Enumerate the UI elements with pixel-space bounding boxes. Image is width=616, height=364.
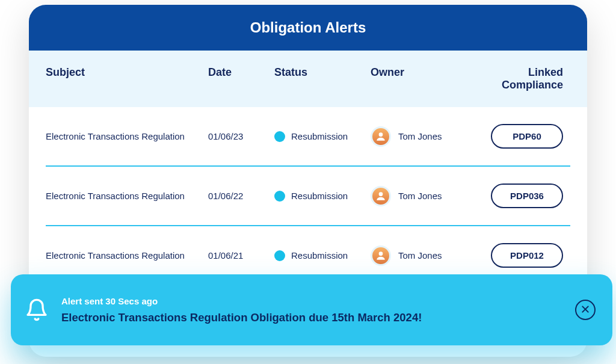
cell-status: Resubmission (274, 191, 371, 202)
avatar (371, 126, 391, 147)
cell-status: Resubmission (274, 131, 371, 142)
close-icon (581, 304, 590, 316)
cell-linked: PDP60 (479, 124, 570, 149)
cell-owner: Tom Jones (371, 126, 479, 147)
status-label: Resubmission (291, 131, 348, 141)
cell-linked: PDP012 (479, 243, 570, 268)
banner-texts: Alert sent 30 Secs ago Electronic Transa… (61, 296, 575, 324)
col-header-owner: Owner (371, 66, 479, 91)
column-headers: Subject Date Status Owner Linked Complia… (29, 51, 587, 107)
linked-compliance-button[interactable]: PDP60 (491, 124, 563, 149)
col-header-linked: Linked Compliance (479, 66, 570, 91)
status-label: Resubmission (291, 191, 348, 201)
bell-icon (23, 296, 51, 324)
cell-owner: Tom Jones (371, 245, 479, 266)
status-dot-icon (274, 191, 285, 202)
table-row[interactable]: Electronic Transactions Regulation 01/06… (46, 167, 570, 226)
cell-status: Resubmission (274, 250, 371, 261)
owner-name: Tom Jones (398, 131, 442, 141)
svg-point-1 (379, 192, 383, 196)
avatar (371, 245, 391, 266)
owner-name: Tom Jones (398, 250, 442, 261)
banner-message: Electronic Transactions Regulation Oblig… (61, 311, 575, 324)
linked-compliance-button[interactable]: PDP012 (491, 243, 563, 268)
linked-compliance-button[interactable]: PDP036 (491, 184, 563, 208)
cell-date: 01/06/22 (208, 191, 274, 201)
cell-date: 01/06/21 (208, 250, 274, 261)
cell-subject: Electronic Transactions Regulation (46, 250, 208, 261)
avatar (371, 186, 391, 206)
col-header-status: Status (274, 66, 371, 91)
cell-linked: PDP036 (479, 184, 570, 208)
status-dot-icon (274, 250, 285, 261)
status-dot-icon (274, 131, 285, 142)
cell-subject: Electronic Transactions Regulation (46, 191, 208, 201)
status-label: Resubmission (291, 250, 348, 261)
cell-subject: Electronic Transactions Regulation (46, 131, 208, 141)
close-button[interactable] (575, 300, 596, 320)
col-header-date: Date (208, 66, 274, 91)
card-title: Obligation Alerts (29, 5, 587, 51)
owner-name: Tom Jones (398, 191, 442, 201)
col-header-subject: Subject (46, 66, 208, 91)
svg-point-2 (379, 251, 383, 256)
table-row[interactable]: Electronic Transactions Regulation 01/06… (46, 107, 570, 167)
alert-banner: Alert sent 30 Secs ago Electronic Transa… (11, 274, 612, 345)
cell-date: 01/06/23 (208, 131, 274, 141)
cell-owner: Tom Jones (371, 186, 479, 206)
svg-point-0 (379, 132, 383, 137)
banner-sent-label: Alert sent 30 Secs ago (61, 296, 575, 306)
